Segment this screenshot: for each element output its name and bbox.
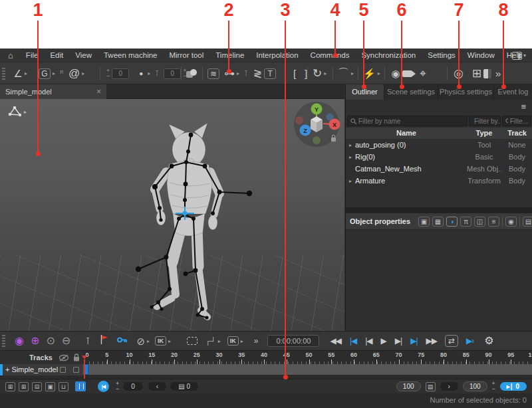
hide-eye-icon[interactable] bbox=[59, 354, 69, 361]
fast-rewind-button[interactable]: ◀◀ bbox=[330, 336, 340, 346]
menu-item-view[interactable]: View bbox=[69, 49, 98, 62]
ik-button[interactable]: IK bbox=[155, 336, 166, 346]
list-icon[interactable]: ▤ bbox=[426, 382, 436, 391]
expand-arrow-icon[interactable]: ▸ bbox=[346, 178, 355, 184]
tab-simple-model[interactable]: Simple_model × bbox=[0, 84, 106, 99]
filter-input-2[interactable]: Filte... bbox=[502, 116, 531, 126]
table-row[interactable]: ▸auto_posing (0)ToolNone bbox=[346, 139, 532, 151]
home-icon[interactable]: ⌂ bbox=[0, 51, 20, 60]
caret-right-icon[interactable]: ▸ bbox=[82, 70, 84, 76]
minus-icon[interactable]: − bbox=[492, 387, 495, 391]
duplicate-interval-icon[interactable]: ▣ bbox=[45, 382, 55, 391]
visibility-eye-icon[interactable]: ◉ bbox=[505, 217, 517, 227]
image-view-icon[interactable]: ▦ bbox=[432, 217, 444, 227]
remove-interval-icon[interactable]: ⊟ bbox=[32, 382, 42, 391]
arc-tool-icon[interactable]: ⌒ bbox=[338, 68, 349, 79]
table-row[interactable]: ▸Rig(0)BasicBody bbox=[346, 151, 532, 163]
sliders-view-icon[interactable]: ◫ bbox=[474, 217, 485, 227]
ik-secondary-button[interactable]: IK bbox=[227, 336, 239, 346]
box-select-button[interactable] bbox=[187, 337, 198, 345]
viewport-3d[interactable]: ▸ Y X Z bbox=[0, 99, 344, 331]
column-header-track[interactable]: Track bbox=[501, 128, 532, 139]
ghost-cycle-icon[interactable]: ⊙ bbox=[46, 336, 55, 346]
settings-gear-icon[interactable]: ⚙ bbox=[484, 336, 493, 346]
export-interval-icon[interactable]: ⊔ bbox=[59, 382, 68, 391]
tab-outliner[interactable]: Outliner bbox=[346, 84, 384, 100]
curves-cross-icon[interactable]: ≷ bbox=[253, 68, 262, 79]
caret-right-icon[interactable]: ▸ bbox=[53, 70, 55, 76]
grid-icon[interactable]: ⊞ bbox=[472, 68, 481, 79]
step-mode-button[interactable]: ┌┘ bbox=[205, 338, 216, 345]
list-view-icon[interactable]: ≡ bbox=[488, 217, 499, 227]
clipped-tool-icon[interactable] bbox=[483, 69, 491, 78]
tab-event-log[interactable]: Event log bbox=[494, 84, 532, 100]
curves-visibility-icon[interactable]: ≋ bbox=[207, 68, 219, 79]
caret-right-icon[interactable]: ▸ bbox=[324, 70, 327, 76]
caret-right-icon[interactable]: ▸ bbox=[148, 70, 150, 76]
fps-field[interactable]: 100 bbox=[396, 381, 421, 391]
value-field-right[interactable]: 0 bbox=[164, 68, 181, 79]
mirror-add-icon[interactable]: ⊕ bbox=[31, 336, 39, 346]
track-checkbox-1[interactable] bbox=[60, 367, 66, 373]
expand-arrow-icon[interactable]: ▸ bbox=[346, 142, 355, 148]
track-lane[interactable] bbox=[83, 364, 532, 375]
frame-spinner[interactable]: +− bbox=[116, 382, 119, 391]
flag-button[interactable] bbox=[100, 335, 108, 347]
menu-item-window[interactable]: Window bbox=[462, 49, 501, 62]
close-icon[interactable]: × bbox=[96, 84, 101, 99]
play-button[interactable]: ▶ bbox=[381, 336, 386, 346]
caret-right-icon[interactable]: ▸ bbox=[241, 338, 243, 344]
hamburger-menu-icon[interactable]: ≡ bbox=[521, 102, 526, 112]
caret-right-icon[interactable]: ▸ bbox=[168, 338, 171, 344]
menu-item-edit[interactable]: Edit bbox=[44, 49, 69, 62]
spinner-buttons[interactable]: +− bbox=[106, 69, 110, 78]
ghost-remove-icon[interactable]: ⊖ bbox=[62, 336, 70, 346]
pin-button[interactable]: ⊺ bbox=[85, 336, 90, 346]
loop-button[interactable]: ⇄ bbox=[445, 335, 458, 347]
prev-frame-button[interactable]: |◀ bbox=[365, 336, 372, 346]
lock-icon[interactable] bbox=[73, 354, 80, 361]
interval-end-field[interactable]: ▸| 0 bbox=[500, 382, 527, 391]
navigation-gizmo[interactable]: Y X Z bbox=[293, 102, 340, 150]
minus-icon[interactable]: − bbox=[106, 74, 110, 78]
menu-item-file[interactable]: File bbox=[20, 49, 45, 62]
text-tool-icon[interactable]: T bbox=[264, 68, 276, 79]
next-frame-button[interactable]: ▶| bbox=[395, 336, 402, 346]
menu-item-mirror-tool[interactable]: Mirror tool bbox=[163, 49, 209, 62]
layout-switcher-button[interactable]: ▾ bbox=[512, 51, 528, 60]
caret-right-icon[interactable]: ▸ bbox=[218, 338, 221, 344]
expand-arrow-icon[interactable]: ▸ bbox=[346, 154, 355, 160]
jump-start-button[interactable]: |◀ bbox=[350, 336, 356, 346]
values-view-icon[interactable]: π bbox=[460, 217, 471, 227]
track-label-simple-model[interactable]: + Simple_model bbox=[0, 364, 83, 375]
point-size-icon[interactable]: ● bbox=[136, 70, 146, 77]
menu-item-synchronization[interactable]: Synchronization bbox=[355, 49, 422, 62]
jump-interval-start-button[interactable]: |◀ bbox=[98, 381, 109, 392]
minus-icon[interactable]: − bbox=[116, 387, 119, 391]
caret-right-icon[interactable]: ▸ bbox=[378, 70, 380, 76]
filter-input-1[interactable]: Filter by... bbox=[469, 116, 501, 126]
tween-dot-icon[interactable]: ⊶ bbox=[224, 68, 235, 79]
shading-view-icon[interactable]: ◑ bbox=[446, 217, 458, 227]
pin-icon[interactable]: ⊺ bbox=[152, 70, 162, 77]
add-interval-above-icon[interactable]: ⊞ bbox=[5, 382, 15, 391]
menu-item-commands[interactable]: Commands bbox=[305, 49, 356, 62]
bracket-right-icon[interactable]: ] bbox=[301, 68, 311, 78]
bracket-left-icon[interactable]: [ bbox=[290, 68, 299, 78]
toolbar-grip[interactable] bbox=[2, 68, 5, 80]
caret-right-icon[interactable]: ▸ bbox=[24, 109, 27, 115]
timeline-ruler[interactable]: 0510152025303540455055606570758085909510… bbox=[83, 351, 532, 364]
length-spinner[interactable]: +− bbox=[492, 382, 495, 391]
mirror-selection-icon[interactable]: ◉ bbox=[15, 336, 24, 346]
clipped-icon[interactable]: ▤ bbox=[523, 217, 532, 227]
ban-button[interactable]: ⊘ bbox=[136, 336, 145, 346]
column-header-name[interactable]: Name bbox=[346, 128, 467, 139]
menu-item-tween-machine[interactable]: Tween machine bbox=[98, 49, 164, 62]
rotate-tool-icon[interactable]: ↻ bbox=[313, 68, 322, 79]
menu-item-timeline[interactable]: Timeline bbox=[209, 49, 250, 62]
more-chevrons-icon[interactable]: » bbox=[493, 68, 503, 78]
fast-forward-button[interactable]: ▶▶ bbox=[426, 336, 437, 346]
tracker-icon[interactable]: ◉ bbox=[391, 68, 400, 78]
g-tool-icon[interactable]: G bbox=[39, 68, 51, 79]
more-chevrons-icon[interactable]: » bbox=[254, 337, 259, 345]
